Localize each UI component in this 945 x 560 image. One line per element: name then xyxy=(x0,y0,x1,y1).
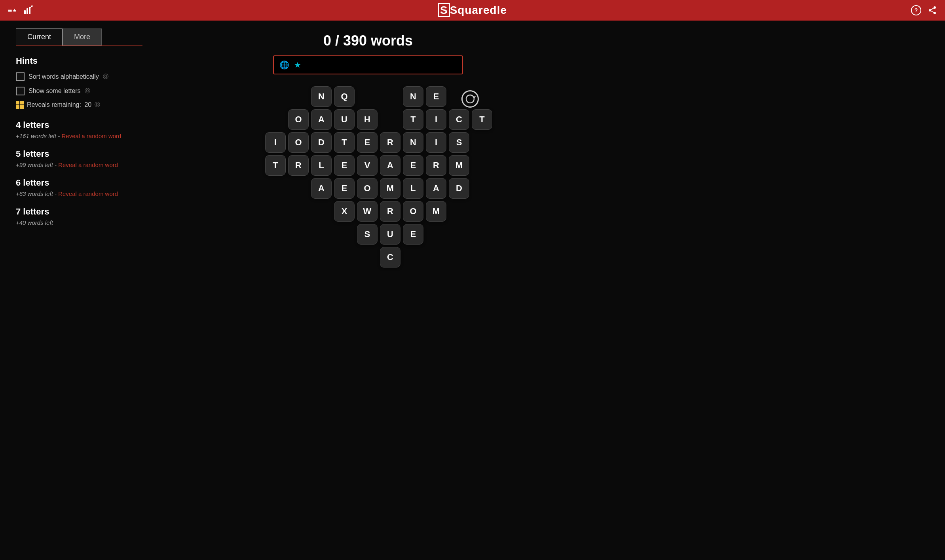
svg-rect-0 xyxy=(24,10,26,14)
globe-icon: 🌐 xyxy=(279,60,289,70)
tile-r-1-3[interactable]: R xyxy=(288,155,309,176)
svg-rect-2 xyxy=(29,7,30,14)
tile-e-4-2[interactable]: E xyxy=(357,132,378,153)
svg-rect-1 xyxy=(27,8,28,14)
tile-a-2-4[interactable]: A xyxy=(311,178,332,199)
help-icon[interactable]: ? xyxy=(911,5,921,15)
right-panel: 0 / 390 words 🌐 ★ NQNEOAUHTICTIODT xyxy=(198,28,538,284)
tile-o-1-2[interactable]: O xyxy=(288,132,309,153)
left-panel: Current More Hints Sort words alphabetic… xyxy=(16,28,182,284)
show-letters-checkbox[interactable] xyxy=(16,87,25,95)
tile-v-4-3[interactable]: V xyxy=(357,155,378,176)
tile-u-3-1[interactable]: U xyxy=(334,109,355,130)
tile-s-8-2[interactable]: S xyxy=(449,132,469,153)
tile-i-0-2[interactable]: I xyxy=(265,132,286,153)
tile-t-9-1[interactable]: T xyxy=(472,109,492,130)
tile-d-2-2[interactable]: D xyxy=(311,132,332,153)
tabs-container: Current More xyxy=(16,28,142,46)
tile-x-3-5[interactable]: X xyxy=(334,201,355,222)
reveals-row: Reveals remaining: 20 ⓪ xyxy=(16,101,182,109)
svg-text:?: ? xyxy=(915,7,918,13)
tile-r-5-2[interactable]: R xyxy=(380,132,400,153)
header-left-icons: ≡★ xyxy=(8,6,33,15)
svg-point-6 xyxy=(934,6,936,9)
tile-c-8-1[interactable]: C xyxy=(449,109,469,130)
hints-title: Hints xyxy=(16,56,182,66)
tile-e-6-3[interactable]: E xyxy=(403,155,423,176)
svg-point-8 xyxy=(934,12,936,14)
letter-group-4: 4 letters +161 words left - Reveal a ran… xyxy=(16,120,182,139)
tile-m-7-5[interactable]: M xyxy=(426,201,446,222)
tile-s-4-6[interactable]: S xyxy=(357,224,378,245)
letter-group-5: 5 letters +99 words left - Reveal a rand… xyxy=(16,149,182,168)
tile-d-8-4[interactable]: D xyxy=(449,178,469,199)
tile-m-8-3[interactable]: M xyxy=(449,155,469,176)
tile-n-6-2[interactable]: N xyxy=(403,132,423,153)
tile-t-0-3[interactable]: T xyxy=(265,155,286,176)
main-content: Current More Hints Sort words alphabetic… xyxy=(0,21,554,292)
sort-checkbox[interactable] xyxy=(16,72,25,81)
show-letters-hint-row: Show some letters ⓪ xyxy=(16,87,182,95)
tile-l-2-3[interactable]: L xyxy=(311,155,332,176)
tile-q-3-0[interactable]: Q xyxy=(334,86,355,107)
sort-hint-row: Sort words alphabetically ⓪ xyxy=(16,72,182,81)
show-letters-help-icon[interactable]: ⓪ xyxy=(85,87,90,95)
svg-line-10 xyxy=(931,8,934,10)
sort-help-icon[interactable]: ⓪ xyxy=(103,73,108,80)
tile-a-7-4[interactable]: A xyxy=(426,178,446,199)
search-bar[interactable]: 🌐 ★ xyxy=(273,55,463,74)
share-icon[interactable] xyxy=(928,6,937,15)
tile-i-7-1[interactable]: I xyxy=(426,109,446,130)
word-count: 0 / 390 words xyxy=(323,32,413,49)
tile-t-6-1[interactable]: T xyxy=(403,109,423,130)
reveal-6-link[interactable]: Reveal a random word xyxy=(58,190,118,197)
tile-o-6-5[interactable]: O xyxy=(403,201,423,222)
tile-h-4-1[interactable]: H xyxy=(357,109,378,130)
reveal-4-link[interactable]: Reveal a random word xyxy=(62,133,121,139)
header-right-icons: ? xyxy=(911,5,937,15)
letter-grid: NQNEOAUHTICTIODTERNISTRLEVAERMAEOMLADXWR… xyxy=(257,86,479,284)
tile-e-3-4[interactable]: E xyxy=(334,178,355,199)
tile-m-5-4[interactable]: M xyxy=(380,178,400,199)
tile-w-4-5[interactable]: W xyxy=(357,201,378,222)
tile-e-6-6[interactable]: E xyxy=(403,224,423,245)
tile-n-6-0[interactable]: N xyxy=(403,86,423,107)
tile-u-5-6[interactable]: U xyxy=(380,224,400,245)
tile-n-2-0[interactable]: N xyxy=(311,86,332,107)
tile-o-4-4[interactable]: O xyxy=(357,178,378,199)
chart-icon[interactable] xyxy=(23,6,33,15)
tile-a-5-3[interactable]: A xyxy=(380,155,400,176)
tile-r-5-5[interactable]: R xyxy=(380,201,400,222)
tile-a-2-1[interactable]: A xyxy=(311,109,332,130)
svg-line-9 xyxy=(931,11,934,13)
tile-r-7-3[interactable]: R xyxy=(426,155,446,176)
tile-c-5-7[interactable]: C xyxy=(380,247,400,268)
tile-t-3-2[interactable]: T xyxy=(334,132,355,153)
star-icon: ★ xyxy=(294,60,301,70)
tile-o-1-1[interactable]: O xyxy=(288,109,309,130)
tile-l-6-4[interactable]: L xyxy=(403,178,423,199)
letter-group-6: 6 letters +63 words left - Reveal a rand… xyxy=(16,178,182,197)
tile-grid-container: NQNEOAUHTICTIODTERNISTRLEVAERMAEOMLADXWR… xyxy=(265,86,471,276)
tile-e-3-3[interactable]: E xyxy=(334,155,355,176)
tile-e-7-0[interactable]: E xyxy=(426,86,446,107)
app-header: ≡★ SSquaredle ? xyxy=(0,0,945,21)
reveal-5-link[interactable]: Reveal a random word xyxy=(58,161,118,168)
tab-more[interactable]: More xyxy=(63,28,102,46)
app-title: SSquaredle xyxy=(438,4,507,17)
letter-group-7: 7 letters +40 words left xyxy=(16,207,182,226)
tile-i-7-2[interactable]: I xyxy=(426,132,446,153)
reveals-help-icon[interactable]: ⓪ xyxy=(95,101,100,108)
reveals-icon xyxy=(16,101,24,109)
list-icon[interactable]: ≡★ xyxy=(8,6,17,15)
tab-current[interactable]: Current xyxy=(16,28,63,46)
svg-point-7 xyxy=(929,9,931,11)
